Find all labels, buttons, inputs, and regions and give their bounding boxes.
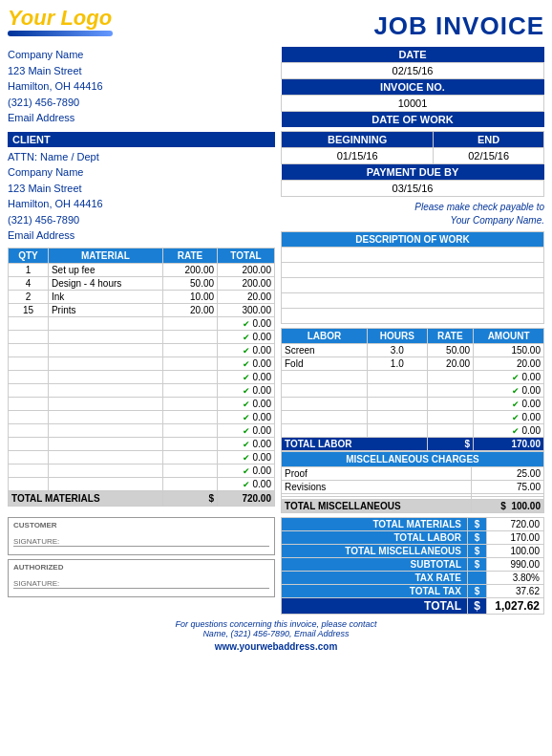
mat-row-qty — [9, 477, 49, 490]
date-label: DATE — [282, 47, 544, 63]
mat-row-qty: 2 — [9, 290, 49, 303]
mat-row-total: ✔ 0.00 — [218, 370, 275, 383]
total-misc-value: $ 100.00 — [472, 500, 544, 513]
sender-phone: (321) 456-7890 — [8, 95, 275, 111]
ts-tax-rate-pct — [468, 572, 487, 585]
ts-labor-label: TOTAL LABOR — [282, 531, 468, 545]
mat-row-material — [48, 477, 162, 490]
total-misc-dollar: $ — [500, 501, 506, 511]
mat-row-material — [48, 370, 162, 383]
beginning-value: 01/15/16 — [282, 148, 434, 164]
mat-row-material: Set up fee — [48, 263, 162, 276]
ts-materials-label: TOTAL MATERIALS — [282, 518, 468, 531]
labor-row-amount: ✔ 0.00 — [474, 411, 544, 424]
client-attn: ATTN: Name / Dept — [8, 149, 275, 165]
desc-row-3 — [282, 278, 544, 293]
desc-header: DESCRIPTION OF WORK — [282, 232, 544, 248]
invoice-label: INVOICE NO. — [282, 79, 544, 96]
mat-row-qty — [9, 316, 49, 330]
ts-total-tax-dollar: $ — [468, 585, 487, 598]
mat-row-rate — [162, 423, 217, 437]
date-info-table: DATE 02/15/16 INVOICE NO. 10001 DATE OF … — [281, 47, 544, 127]
mat-row-rate — [162, 397, 217, 410]
mat-row-rate — [162, 410, 217, 423]
payable-line1: Please make check payable to — [414, 202, 544, 212]
mat-row-material — [48, 356, 162, 370]
mat-row-qty — [9, 450, 49, 464]
total-misc-amount: 100.00 — [511, 501, 541, 511]
mat-row-total: ✔ 0.00 — [218, 330, 275, 343]
dates-grid: BEGINNING END 01/15/16 02/15/16 — [281, 131, 544, 164]
payable-note: Please make check payable to Your Compan… — [281, 201, 544, 227]
labor-row-rate — [427, 398, 474, 411]
sender-email: Email Address — [8, 110, 275, 126]
mat-row-material — [48, 437, 162, 450]
total-materials-value: 720.00 — [218, 490, 275, 506]
date-of-work-label: DATE OF WORK — [282, 112, 544, 128]
labor-row-hours — [368, 384, 428, 398]
labor-row-rate — [427, 424, 474, 438]
beginning-label: BEGINNING — [282, 132, 434, 148]
ts-total-tax-label: TOTAL TAX — [282, 585, 468, 598]
ts-materials-dollar: $ — [468, 518, 487, 531]
mat-row-rate: 20.00 — [162, 303, 217, 316]
misc-row-desc: Proof — [282, 467, 472, 481]
desc-row-4 — [282, 293, 544, 309]
labor-col-hours: HOURS — [368, 329, 428, 344]
labor-row-rate — [427, 411, 474, 424]
labor-row-rate: 50.00 — [427, 344, 474, 357]
bottom-row: CUSTOMER SIGNATURE: AUTHORIZED SIGNATURE… — [8, 517, 544, 615]
mat-row-total: ✔ 0.00 — [218, 410, 275, 423]
ts-misc-value: 100.00 — [487, 545, 544, 558]
mat-col-rate: RATE — [162, 248, 217, 263]
labor-col-labor: LABOR — [282, 329, 368, 344]
customer-sig-label: CUSTOMER — [13, 521, 269, 529]
mat-row-material — [48, 397, 162, 410]
labor-row-labor: Screen — [282, 344, 368, 357]
total-misc-label: TOTAL MISCELLANEOUS — [282, 500, 472, 513]
mat-row-total: ✔ 0.00 — [218, 383, 275, 397]
labor-row-labor — [282, 398, 368, 411]
payment-due-table: PAYMENT DUE BY 03/15/16 — [281, 164, 544, 197]
mat-row-material — [48, 316, 162, 330]
mat-row-rate — [162, 330, 217, 343]
labor-row-rate: 20.00 — [427, 357, 474, 371]
ts-misc-label: TOTAL MISCELLANEOUS — [282, 545, 468, 558]
labor-row-hours — [368, 398, 428, 411]
mat-row-material — [48, 450, 162, 464]
bottom-right: TOTAL MATERIALS $ 720.00 TOTAL LABOR $ 1… — [281, 517, 544, 615]
labor-row-rate — [427, 371, 474, 384]
ts-subtotal-value: 990.00 — [487, 558, 544, 572]
labor-row-labor — [282, 371, 368, 384]
mat-col-qty: QTY — [9, 248, 49, 263]
client-phone: (321) 456-7890 — [8, 212, 275, 228]
invoice-title: JOB INVOICE — [373, 8, 544, 41]
client-section-header: CLIENT — [8, 132, 275, 147]
total-labor-value: 170.00 — [474, 438, 544, 451]
ts-labor-value: 170.00 — [487, 531, 544, 545]
invoice-page: Your Logo JOB INVOICE Company Name 123 M… — [0, 0, 552, 656]
labor-row-hours: 3.0 — [368, 344, 428, 357]
customer-sig-line: SIGNATURE: — [13, 537, 269, 547]
desc-row-2 — [282, 263, 544, 278]
payable-line2: Your Company Name. — [451, 215, 544, 226]
mat-row-qty — [9, 356, 49, 370]
totals-summary-table: TOTAL MATERIALS $ 720.00 TOTAL LABOR $ 1… — [281, 517, 544, 615]
authorized-signature-box: AUTHORIZED SIGNATURE: — [8, 559, 275, 597]
logo-underline — [8, 31, 113, 36]
client-info: ATTN: Name / Dept Company Name 123 Main … — [8, 149, 275, 244]
total-labor-label: TOTAL LABOR — [282, 438, 428, 451]
mat-col-material: MATERIAL — [48, 248, 162, 263]
mat-row-rate — [162, 437, 217, 450]
labor-row-hours: 1.0 — [368, 357, 428, 371]
mat-row-qty — [9, 437, 49, 450]
mat-row-rate — [162, 464, 217, 477]
ts-grand-total-dollar: $ — [468, 598, 487, 615]
mat-row-material — [48, 330, 162, 343]
desc-row-5 — [282, 309, 544, 324]
labor-row-labor: Fold — [282, 357, 368, 371]
labor-row-hours — [368, 371, 428, 384]
ts-labor-dollar: $ — [468, 531, 487, 545]
mat-row-total: ✔ 0.00 — [218, 437, 275, 450]
mat-row-qty: 15 — [9, 303, 49, 316]
